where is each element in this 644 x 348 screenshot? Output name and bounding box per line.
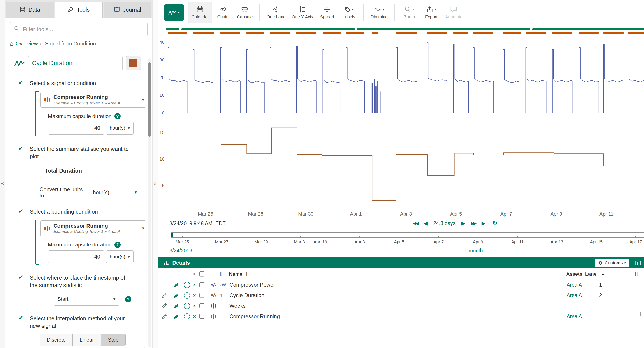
row-checkbox[interactable] [200, 293, 205, 298]
customize-button[interactable]: Customize [595, 259, 629, 267]
rocket-icon[interactable] [174, 301, 179, 311]
details-row-compressor-running[interactable]: i × Compressor Running Area A [158, 311, 644, 322]
column-lane[interactable]: Lane [585, 268, 597, 280]
sort-name-icon[interactable]: ⇅ [246, 268, 249, 280]
column-assets[interactable]: Assets [566, 268, 582, 280]
info-icon[interactable]: i [184, 290, 190, 301]
toolbar-one-y-axis-button[interactable]: One Y-Axis [289, 2, 316, 24]
result-name-input[interactable] [28, 56, 123, 70]
condition-select-2[interactable]: Compressor Running Example » Cooling Tow… [40, 220, 145, 236]
edit-icon[interactable] [162, 301, 167, 311]
remove-icon[interactable]: × [193, 301, 196, 311]
refresh-icon[interactable]: ↻ [492, 220, 498, 227]
remove-icon[interactable]: × [193, 311, 196, 322]
breadcrumb-current: Signal from Condition [45, 41, 96, 47]
tab-data[interactable]: Data [6, 2, 54, 18]
column-name[interactable]: Name [229, 268, 242, 280]
convert-units-select[interactable]: hour(s) ▼ [89, 186, 141, 199]
info-icon[interactable]: i [184, 280, 190, 290]
row-checkbox[interactable] [200, 282, 205, 287]
statistic-select[interactable]: Total Duration ▾ [40, 163, 145, 178]
help-icon[interactable]: ? [125, 296, 131, 302]
filter-tools-input[interactable] [10, 22, 148, 36]
collapse-browse-strip[interactable]: « [0, 0, 5, 348]
breadcrumb-overview[interactable]: Overview [16, 41, 38, 47]
help-icon[interactable]: ? [114, 113, 120, 119]
tab-journal[interactable]: Journal [104, 2, 152, 18]
add-column-icon[interactable] [632, 271, 638, 277]
toolbar-annotate-button[interactable]: Annotate [442, 2, 466, 24]
edit-icon[interactable] [162, 311, 167, 322]
step-forward-much-button[interactable]: ▶▶ [471, 220, 476, 227]
max-capsule-duration-input-2[interactable] [48, 250, 104, 263]
toolbar-zoom-button[interactable]: ▾ Zoom [398, 2, 420, 24]
asset-link[interactable]: Area A [566, 290, 582, 301]
duration-units-select-1[interactable]: hour(s) ▾ [106, 122, 134, 134]
row-checkbox[interactable] [200, 314, 205, 319]
row-checkbox[interactable] [200, 303, 205, 308]
toolbar-dimming-button[interactable]: ▾ Dimming [368, 2, 391, 24]
interp-step-button[interactable]: Step [101, 334, 126, 346]
investigate-range-start[interactable]: 3/24/2019 [170, 248, 192, 254]
timebar-selection[interactable] [171, 232, 644, 238]
tab-tools[interactable]: Tools [55, 2, 103, 18]
home-icon[interactable]: ⌂ [10, 41, 14, 46]
max-capsule-duration-input-1[interactable] [48, 122, 104, 134]
display-range-start[interactable]: 3/24/2019 9:48 AM [170, 221, 212, 227]
step-back-button[interactable]: ◀ [424, 220, 428, 227]
collapse-panel-icon[interactable]: « [154, 180, 156, 186]
remove-all-icon[interactable]: × [193, 268, 196, 280]
collapse-tools-strip[interactable]: « [152, 0, 158, 348]
toolbar-export-button[interactable]: ▾ Export [420, 2, 442, 24]
help-icon[interactable]: ? [114, 242, 120, 248]
toolbar-one-lane-button[interactable]: One Lane [264, 2, 289, 24]
display-range-duration[interactable]: 24.3 days [433, 220, 456, 226]
toolbar-labels-button[interactable]: ▾ Labels [338, 2, 360, 24]
rocket-icon[interactable] [174, 311, 179, 322]
color-swatch-button[interactable] [126, 56, 141, 70]
item-name[interactable]: Compressor Running [230, 311, 280, 322]
toolbar-spread-button[interactable]: Spread [316, 2, 338, 24]
toolbar-capsule-button[interactable]: Capsule [234, 2, 256, 24]
step-to-end-button[interactable]: ▶| [482, 220, 486, 227]
timezone-link[interactable]: EDT [216, 221, 226, 227]
select-all-checkbox[interactable] [200, 271, 205, 276]
capsule-strip[interactable] [166, 26, 644, 35]
details-row-cycle-duration[interactable]: i × h Cycle Duration Area A 2 [158, 290, 644, 301]
investigate-range-duration[interactable]: 1 month [464, 248, 483, 254]
remove-icon[interactable]: × [193, 280, 196, 290]
details-row-weeks[interactable]: i × Weeks [158, 301, 644, 311]
interp-discrete-button[interactable]: Discrete [40, 334, 73, 346]
toolbar-calendar-button[interactable]: Calendar [188, 2, 212, 24]
info-icon[interactable]: i [184, 301, 190, 311]
timebar-left-handle[interactable] [171, 233, 173, 238]
interp-linear-button[interactable]: Linear [72, 334, 101, 346]
duration-units-select-2[interactable]: hour(s) ▾ [106, 250, 134, 263]
signal-from-condition-tool: ✔ Select a signal or condition Compresso… [10, 52, 145, 348]
details-resize-grip[interactable] [639, 312, 642, 316]
tools-panel: Data Tools Journal ⌂ Overvi [5, 0, 152, 348]
table-view-icon[interactable] [635, 260, 641, 266]
asset-link[interactable]: Area A [566, 311, 582, 322]
rocket-icon[interactable] [174, 290, 179, 301]
item-name[interactable]: Compressor Power [230, 280, 275, 290]
trend-plot[interactable] [166, 35, 644, 209]
condition-select-1[interactable]: Compressor Running Example » Cooling Tow… [40, 92, 145, 108]
step-back-much-button[interactable]: ◀◀ [413, 220, 418, 227]
item-name[interactable]: Cycle Duration [230, 290, 264, 301]
view-selector-button[interactable]: ▾ [164, 5, 184, 21]
rocket-icon[interactable] [174, 280, 179, 290]
details-row-compressor-power[interactable]: i × kW Compressor Power Area A 1 [158, 280, 644, 290]
item-name[interactable]: Weeks [230, 301, 246, 311]
timestamp-select[interactable]: Start ▼ [54, 293, 119, 306]
collapse-left-icon[interactable]: « [1, 180, 4, 186]
edit-icon[interactable] [162, 290, 167, 301]
details-column-header: × ⇅ Name ⇅ Assets Lane ▲ [158, 268, 644, 280]
sort-type-icon[interactable]: ⇅ [219, 268, 223, 280]
remove-icon[interactable]: × [193, 290, 196, 301]
info-icon[interactable]: i [184, 311, 190, 322]
panel-scrollbar-thumb[interactable] [148, 63, 151, 137]
asset-link[interactable]: Area A [566, 280, 582, 290]
step-forward-button[interactable]: ▶ [461, 220, 465, 227]
toolbar-chain-button[interactable]: Chain [212, 2, 234, 24]
